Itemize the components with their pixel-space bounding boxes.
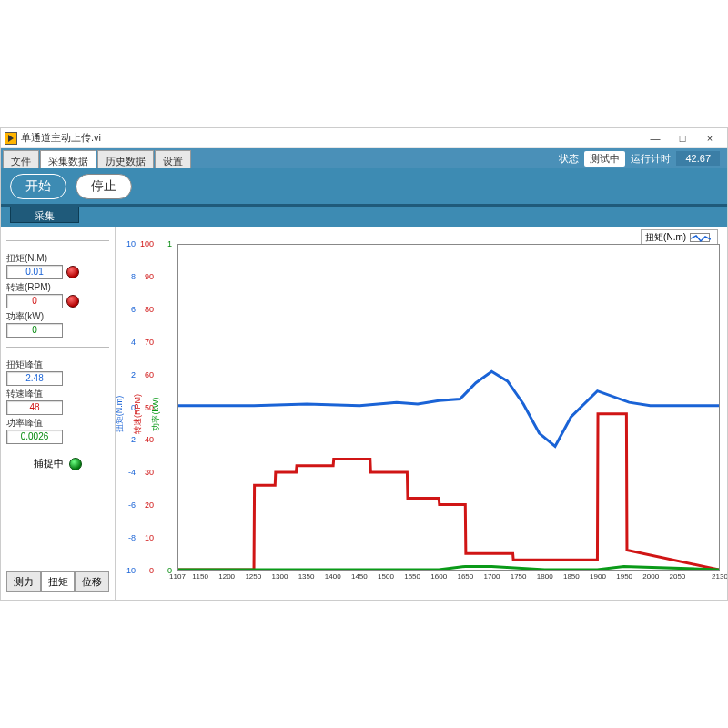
maximize-button[interactable]: □ bbox=[669, 129, 696, 147]
ylabel-power: 功率(kW) bbox=[150, 397, 162, 430]
capture-led-icon bbox=[69, 458, 82, 470]
metric-value: 0 bbox=[6, 294, 63, 308]
start-button[interactable]: 开始 bbox=[10, 174, 66, 199]
btab-force[interactable]: 测力 bbox=[6, 571, 41, 592]
main-tabs: 文件 采集数据 历史数据 设置 状态 测试中 运行计时 42.67 bbox=[1, 148, 727, 168]
capture-indicator: 捕捉中 bbox=[6, 457, 109, 470]
runtime-label: 运行计时 bbox=[631, 152, 671, 166]
tab-settings[interactable]: 设置 bbox=[155, 150, 191, 168]
peak-value: 0.0026 bbox=[6, 430, 63, 444]
app-window: 单通道主动上传.vi — □ × 文件 采集数据 历史数据 设置 状态 测试中 … bbox=[0, 127, 728, 601]
chart-plot[interactable] bbox=[177, 244, 720, 571]
metric-label: 转速(RPM) bbox=[6, 281, 109, 294]
status-led-icon bbox=[66, 266, 79, 278]
runtime-value: 42.67 bbox=[676, 151, 720, 166]
status-led-icon bbox=[66, 295, 79, 308]
tab-collect[interactable]: 采集数据 bbox=[40, 150, 96, 168]
stop-button[interactable]: 停止 bbox=[76, 174, 132, 199]
btab-torque[interactable]: 扭矩 bbox=[41, 571, 76, 592]
tab-file[interactable]: 文件 bbox=[3, 150, 39, 168]
ylabel-torque: 扭矩(N.m) bbox=[114, 395, 126, 432]
status-bar: 状态 测试中 运行计时 42.67 bbox=[559, 148, 727, 168]
chart-area: 扭矩(N.m)转速(RPM)功率 -10-8-6-4-20246810 0102… bbox=[116, 228, 727, 600]
minimize-button[interactable]: — bbox=[642, 129, 669, 147]
peak-value: 48 bbox=[6, 400, 63, 415]
capture-label: 捕捉中 bbox=[34, 457, 64, 470]
ylabel-rpm: 转速(RPM) bbox=[132, 394, 144, 434]
bottom-tabs: 测力 扭矩 位移 bbox=[6, 571, 109, 592]
close-button[interactable]: × bbox=[696, 129, 723, 147]
sidebar: 扭矩(N.M)0.01转速(RPM)0功率(kW)0 扭矩峰值2.48转速峰值4… bbox=[1, 228, 116, 600]
peak-label: 功率峰值 bbox=[6, 417, 109, 430]
window-title: 单通道主动上传.vi bbox=[21, 131, 642, 145]
peak-label: 转速峰值 bbox=[6, 388, 109, 400]
peak-value: 2.48 bbox=[6, 371, 63, 386]
collect-button[interactable]: 采集 bbox=[10, 207, 79, 223]
x-axis: 1107115012001250130013501400145015001550… bbox=[177, 572, 720, 583]
status-label: 状态 bbox=[559, 152, 579, 166]
legend-item: 扭矩(N.m) bbox=[642, 230, 717, 245]
metric-value: 0.01 bbox=[6, 265, 63, 279]
toolbar: 开始 停止 bbox=[1, 168, 727, 207]
status-value: 测试中 bbox=[584, 151, 625, 167]
vi-icon bbox=[5, 132, 17, 145]
metric-value: 0 bbox=[6, 323, 63, 338]
tab-history[interactable]: 历史数据 bbox=[97, 150, 154, 168]
metric-label: 扭矩(N.M) bbox=[6, 252, 109, 265]
titlebar: 单通道主动上传.vi — □ × bbox=[1, 128, 727, 148]
peak-label: 扭矩峰值 bbox=[6, 359, 109, 371]
metric-label: 功率(kW) bbox=[6, 310, 109, 323]
btab-disp[interactable]: 位移 bbox=[75, 571, 109, 592]
